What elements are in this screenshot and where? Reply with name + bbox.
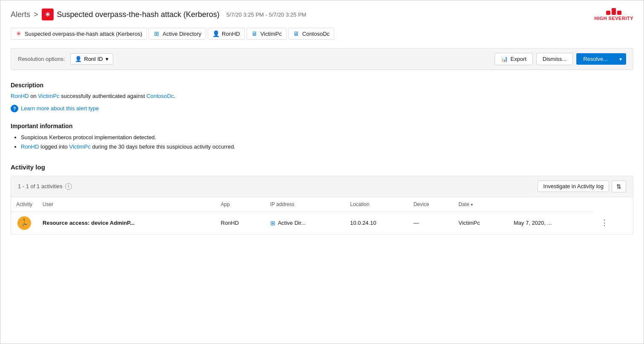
important-section: Important information Suspicious Kerbero… [11,123,633,152]
row-app: ⊞ Active Dir... [265,212,345,234]
important-item-2-end: during the 30 days before this suspiciou… [91,143,235,150]
learn-more-label: Learn more about this alert type [21,105,99,112]
resolution-left: Resolution options: 👤 RonI ID ▾ [18,53,113,65]
row-activity: Resource access: device AdminP... [37,212,215,234]
table-header-row: Activity User App IP address Location De… [11,197,633,212]
col-date: Date ▾ [453,197,509,212]
filter-icon: ⇅ [616,183,621,190]
important-item-1: Suspicious Kerberos protocol implementat… [21,133,633,142]
row-icon-cell: 🏃 [11,212,37,234]
link-victimpc-2[interactable]: VictimPc [69,143,90,150]
learn-more-link[interactable]: ? Learn more about this alert type [11,105,633,112]
description-title: Description [11,82,633,89]
description-section: Description RonHD on VictimPc successful… [11,82,633,112]
desc-text-1: on [29,93,38,99]
col-activity: Activity [11,197,37,212]
activity-table: Activity User App IP address Location De… [11,197,633,234]
tab-attack-label: Suspected overpass-the-hash attack (Kerb… [25,31,142,37]
tab-victimpc-label: VictimPc [260,31,282,37]
col-location: Location [345,197,408,212]
row-date: May 7, 2020, ... [509,212,593,234]
export-button[interactable]: 📊 Export [495,53,533,65]
dismiss-button[interactable]: Dismiss... [536,53,573,65]
page-header: Alerts > ✳ Suspected overpass-the-hash a… [11,8,633,21]
app-cell: ⊞ Active Dir... [270,220,340,226]
severity-label: HIGH SEVERITY [595,16,633,21]
app-windows-icon: ⊞ [270,220,275,226]
resolve-group: Resolve... ▾ [576,53,626,65]
activity-log-section: Activity log 1 - 1 of 1 activities i Inv… [11,163,633,235]
resolution-bar: Resolution options: 👤 RonI ID ▾ 📊 Export… [11,48,633,70]
page-title: Suspected overpass-the-hash attack (Kerb… [57,10,220,19]
activities-count-text: 1 - 1 of 1 activities [18,183,63,189]
severity-badge: HIGH SEVERITY [595,8,633,21]
resolution-dropdown[interactable]: 👤 RonI ID ▾ [70,53,113,65]
tab-device-icon-2: 🖥 [293,30,300,37]
tab-attack[interactable]: ✳ Suspected overpass-the-hash attack (Ke… [11,28,147,40]
col-device: Device [408,197,453,212]
severity-bar-right [617,11,621,15]
tab-ronhd-label: RonHD [222,31,240,37]
col-actions [509,197,593,212]
resolution-dropdown-label: RonI ID [84,56,103,62]
table-body: 🏃 Resource access: device AdminP... RonH… [11,212,633,234]
resolution-right: 📊 Export Dismiss... Resolve... ▾ [495,53,626,65]
alert-severity-icon: ✳ [42,9,54,20]
row-ip: 10.0.24.10 [345,212,408,234]
run-icon: 🏃 [20,219,29,227]
description-body: RonHD on VictimPc successfully authentic… [11,92,633,100]
breadcrumb-alerts[interactable]: Alerts [11,10,30,19]
row-menu-button[interactable]: ⋮ [598,217,611,228]
header-title-group: Alerts > ✳ Suspected overpass-the-hash a… [11,9,306,20]
tab-victimpc[interactable]: 🖥 VictimPc [246,28,286,40]
tab-active-directory[interactable]: ⊞ Active Directory [149,28,206,40]
tabs-row: ✳ Suspected overpass-the-hash attack (Ke… [11,28,633,40]
important-item-2-mid: logged into [39,143,69,150]
severity-bar-left [606,11,610,15]
link-contosodc[interactable]: ContosoDc [146,93,174,99]
tab-ronhd[interactable]: 👤 RonHD [208,28,245,40]
breadcrumb-sep: > [34,10,38,19]
tab-user-icon-1: 👤 [212,30,219,37]
table-header: Activity User App IP address Location De… [11,197,633,212]
severity-icon [606,8,621,15]
resolution-label: Resolution options: [18,56,65,62]
link-ronhd[interactable]: RonHD [11,93,29,99]
link-victimpc[interactable]: VictimPc [38,93,59,99]
important-title: Important information [11,123,633,129]
export-icon: 📊 [501,56,508,62]
tab-windows-icon-1: ⊞ [153,30,160,37]
activity-log-container: 1 - 1 of 1 activities i Investigate in A… [11,176,633,235]
info-circle-icon: i [65,183,72,190]
tab-alert-icon: ✳ [15,30,22,37]
row-device: VictimPc [453,212,509,234]
sort-icon: ▾ [471,202,473,207]
row-user: RonHD [216,212,265,234]
row-location: — [408,212,453,234]
help-icon: ? [11,105,18,112]
activity-log-title: Activity log [11,163,633,171]
tab-contosodc[interactable]: 🖥 ContosoDc [288,28,334,40]
table-row: 🏃 Resource access: device AdminP... RonH… [11,212,633,234]
important-item-1-text: Suspicious Kerberos protocol implementat… [21,134,156,140]
activity-log-header: 1 - 1 of 1 activities i Investigate in A… [11,176,633,197]
user-icon-small: 👤 [75,56,82,62]
header-date: 5/7/20 3:25 PM - 5/7/20 3:25 PM [226,11,306,18]
row-activity-text: Resource access: device AdminP... [43,220,135,226]
filter-button[interactable]: ⇅ [612,181,626,192]
activities-count: 1 - 1 of 1 activities i [18,183,72,190]
investigate-button[interactable]: Investigate in Activity log [538,181,609,192]
resolve-caret-button[interactable]: ▾ [615,53,626,65]
resolve-button[interactable]: Resolve... [576,53,615,65]
important-item-2: RonHD logged into VictimPc during the 30… [21,142,633,152]
severity-bar-mid [612,8,616,15]
log-header-right: Investigate in Activity log ⇅ [538,181,626,192]
tab-device-icon-1: 🖥 [251,30,258,37]
link-ronhd-2[interactable]: RonHD [21,143,39,150]
tab-contosodc-label: ContosoDc [302,31,329,37]
important-list: Suspicious Kerberos protocol implementat… [11,133,633,152]
dropdown-caret-icon: ▾ [106,56,109,62]
col-ip: IP address [265,197,345,212]
col-user: User [37,197,215,212]
desc-text-3: . [174,93,175,99]
